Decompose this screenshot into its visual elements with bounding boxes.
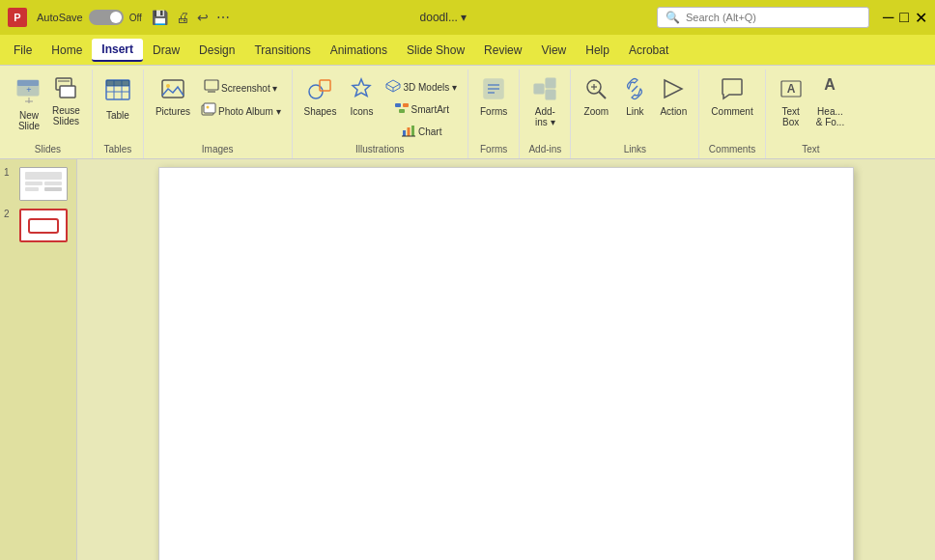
slide-thumbnail-2[interactable]: 2 — [4, 209, 72, 242]
text-group-label: Text — [802, 142, 819, 154]
menu-transitions[interactable]: Transitions — [244, 40, 320, 61]
smartart-button[interactable]: SmartArt — [382, 99, 460, 120]
zoom-button[interactable]: Zoom — [579, 73, 613, 120]
slide-canvas[interactable] — [158, 167, 854, 560]
menu-acrobat[interactable]: Acrobat — [619, 40, 678, 61]
ribbon-group-forms: Forms Forms — [468, 70, 520, 158]
table-icon — [104, 76, 131, 108]
ribbon-group-illustrations: Shapes Icons 3D Models ▾ — [293, 70, 469, 158]
reuse-slides-icon — [54, 76, 77, 103]
menu-slideshow[interactable]: Slide Show — [397, 40, 474, 61]
svg-line-44 — [599, 92, 606, 98]
menu-insert[interactable]: Insert — [92, 39, 143, 62]
table-label: Table — [106, 110, 129, 121]
icons-label: Icons — [350, 106, 373, 117]
svg-rect-52 — [25, 172, 62, 180]
close-button[interactable]: ✕ — [915, 9, 927, 27]
table-button[interactable]: Table — [100, 73, 135, 124]
svg-rect-29 — [395, 103, 401, 107]
ribbon-group-text: A TextBox A Hea...& Fo... Text — [766, 70, 856, 158]
menu-help[interactable]: Help — [576, 40, 619, 61]
svg-point-22 — [207, 106, 210, 109]
chart-button[interactable]: Chart — [382, 122, 460, 142]
pictures-icon — [160, 76, 185, 104]
menu-review[interactable]: Review — [474, 40, 531, 61]
main-slide-area — [77, 159, 935, 560]
content-area: 1 2 — [0, 159, 935, 560]
3d-models-icon — [385, 79, 401, 96]
maximize-button[interactable]: □ — [899, 9, 909, 27]
svg-rect-34 — [411, 126, 414, 136]
print-icon[interactable]: 🖨 — [176, 10, 189, 25]
action-button[interactable]: Action — [656, 73, 691, 120]
svg-rect-42 — [546, 90, 555, 99]
autosave-toggle[interactable] — [89, 10, 124, 25]
svg-rect-7 — [60, 86, 75, 98]
comments-group-label: Comments — [709, 142, 755, 154]
menu-home[interactable]: Home — [42, 40, 92, 61]
menu-file[interactable]: File — [4, 40, 42, 61]
svg-text:+: + — [26, 85, 31, 95]
screenshot-button[interactable]: Screenshot ▾ — [198, 77, 283, 98]
reuse-slides-label: ReuseSlides — [52, 105, 80, 126]
slide-image-2[interactable] — [19, 209, 68, 242]
svg-rect-24 — [320, 80, 330, 91]
comment-icon — [720, 76, 745, 104]
icons-button[interactable]: Icons — [344, 73, 379, 120]
slides-group-label: Slides — [35, 142, 61, 154]
new-slide-button[interactable]: + NewSlide — [12, 73, 46, 134]
undo-icon[interactable]: ↩ — [197, 10, 209, 25]
pictures-button[interactable]: Pictures — [152, 73, 194, 120]
ribbon-group-comments: Comment Comments — [699, 70, 765, 158]
photo-album-label: Photo Album ▾ — [218, 106, 280, 117]
more-icon[interactable]: ⋯ — [216, 10, 230, 25]
slide-image-1[interactable] — [19, 167, 68, 201]
textbox-button[interactable]: A TextBox — [774, 73, 808, 130]
menu-bar: File Home Insert Draw Design Transitions… — [0, 35, 935, 66]
svg-rect-32 — [403, 130, 406, 136]
ribbon-group-links: Zoom Link Action Links — [571, 70, 699, 158]
ribbon-group-addins: Add-ins ▾ Add-ins — [520, 70, 571, 158]
header-footer-button[interactable]: A Hea...& Fo... — [812, 73, 848, 130]
svg-point-23 — [309, 85, 323, 98]
shapes-label: Shapes — [304, 106, 337, 117]
menu-view[interactable]: View — [531, 40, 576, 61]
illustrations-group-label: Illustrations — [355, 142, 405, 154]
menu-draw[interactable]: Draw — [143, 40, 189, 61]
header-footer-icon: A — [817, 76, 842, 104]
search-icon: 🔍 — [666, 11, 680, 24]
svg-rect-54 — [25, 187, 39, 191]
forms-button[interactable]: Forms — [476, 73, 511, 120]
svg-rect-18 — [205, 80, 218, 90]
minimize-button[interactable]: ─ — [883, 9, 893, 27]
svg-rect-53 — [25, 182, 42, 185]
svg-rect-41 — [546, 78, 555, 88]
links-group-label: Links — [624, 142, 646, 154]
link-label: Link — [626, 106, 643, 117]
link-button[interactable]: Link — [617, 73, 652, 120]
3d-models-button[interactable]: 3D Models ▾ — [382, 77, 460, 98]
svg-rect-33 — [408, 127, 411, 136]
save-icon[interactable]: 💾 — [152, 10, 168, 25]
slide-thumbnail-1[interactable]: 1 — [4, 167, 72, 201]
svg-rect-55 — [44, 182, 62, 185]
tables-group-label: Tables — [103, 142, 131, 154]
document-title: doodl... ▾ — [236, 11, 651, 24]
slide-panel: 1 2 — [0, 159, 77, 560]
photo-album-button[interactable]: Photo Album ▾ — [198, 100, 283, 122]
action-icon — [661, 76, 686, 104]
search-bar[interactable]: 🔍 — [657, 7, 869, 28]
menu-design[interactable]: Design — [189, 40, 244, 61]
ribbon-group-slides: + NewSlide ReuseSlides Slides — [4, 70, 93, 158]
3d-models-label: 3D Models ▾ — [403, 82, 457, 93]
search-input[interactable] — [686, 12, 850, 23]
svg-text:A: A — [786, 82, 795, 96]
app-logo: P — [8, 8, 27, 27]
menu-animations[interactable]: Animations — [321, 40, 397, 61]
comment-button[interactable]: Comment — [707, 73, 756, 120]
shapes-button[interactable]: Shapes — [300, 73, 341, 120]
addins-button[interactable]: Add-ins ▾ — [527, 73, 562, 130]
photo-album-icon — [201, 102, 216, 120]
reuse-slides-button[interactable]: ReuseSlides — [48, 73, 84, 129]
svg-rect-56 — [44, 187, 62, 191]
